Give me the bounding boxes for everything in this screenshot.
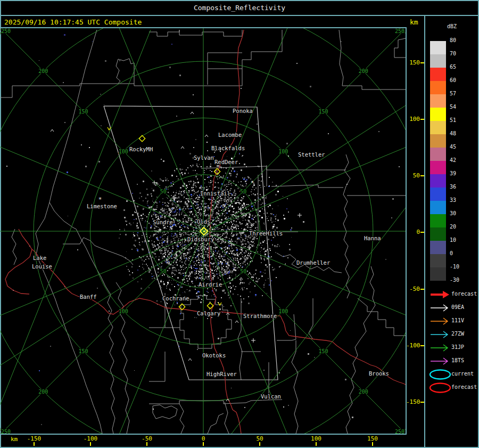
- colorbar-label: 51: [450, 117, 471, 125]
- bottom-axis-tick: [316, 442, 317, 446]
- city-label: Ponoka: [233, 108, 253, 114]
- colorbar-label: 65: [450, 64, 471, 71]
- colorbar-block: [430, 241, 446, 254]
- ellipse-icon: [429, 368, 451, 381]
- colorbar-block: [430, 121, 446, 134]
- legend-item: 31JP: [429, 341, 479, 355]
- bottom-axis-tick: [372, 442, 373, 446]
- title-bar: Composite_Reflectivity: [0, 0, 479, 15]
- city-label: Brooks: [369, 370, 389, 377]
- legend-label: 111V: [451, 317, 464, 323]
- town-caret-icon: [235, 321, 238, 323]
- colorbar-label: 36: [450, 184, 471, 191]
- bottom-axis-tick-label: 0: [193, 435, 214, 442]
- colorbar-label: 48: [450, 131, 471, 138]
- right-axis-tick: [420, 119, 424, 120]
- town-plus-icon: [152, 181, 156, 185]
- right-axis-tick: [420, 62, 424, 63]
- colorbar-label: 54: [450, 104, 471, 111]
- bottom-axis-tick-label: 100: [305, 435, 327, 442]
- colorbar-label: -10: [450, 264, 471, 271]
- colorbar-label: 39: [450, 170, 471, 178]
- right-axis-tick-label: -50: [406, 286, 420, 292]
- city-label: Banff: [80, 294, 97, 300]
- legend-label: current: [451, 371, 474, 377]
- ring-distance-label: 100: [119, 149, 128, 154]
- city-label: Lake: [33, 255, 46, 261]
- legend-item: 111V: [429, 315, 479, 328]
- ring-distance-label: 250: [395, 28, 404, 34]
- right-axis-tick-label: -100: [406, 342, 420, 349]
- legend-label: 09EA: [451, 304, 464, 310]
- bottom-axis-tick: [34, 442, 35, 446]
- city-label: HighRiver: [207, 371, 237, 377]
- city-label: Didsbury: [187, 236, 214, 242]
- colorbar-block: [430, 94, 446, 108]
- city-label: ThreeHills: [249, 230, 283, 237]
- town-caret-icon: [205, 135, 208, 137]
- colorbar-label: 57: [450, 91, 471, 98]
- city-label: Innisfail: [200, 190, 230, 197]
- colorbar-block: [430, 41, 446, 54]
- bottom-axis-tick-label: -50: [136, 435, 158, 442]
- colorbar-block: [430, 54, 446, 68]
- bottom-axis-tick: [90, 442, 91, 446]
- right-axis-tick: [420, 175, 424, 176]
- bottom-axis-tick-label: -150: [23, 435, 45, 442]
- bottom-axis-tick-label: -100: [80, 435, 101, 442]
- radar-site-diamond-icon: [139, 135, 145, 141]
- colorbar-block: [430, 68, 446, 81]
- right-axis-tick: [420, 345, 424, 346]
- city-label: Strathmore: [243, 313, 277, 319]
- colorbar-label: 45: [450, 144, 471, 151]
- legend-label: forecast: [451, 384, 477, 390]
- city-label: Airdrie: [199, 281, 222, 288]
- colorbar-block: [430, 81, 446, 94]
- legend-label: forecast: [451, 291, 477, 297]
- bottom-axis-tick: [146, 442, 147, 446]
- colorbar-label: 0: [450, 250, 471, 258]
- city-label: Drumheller: [296, 259, 330, 266]
- colorbar-label: 33: [450, 197, 471, 205]
- legend-item: 09EA: [429, 302, 479, 315]
- city-label: Sundre: [153, 219, 173, 225]
- radar-map: 5050505010010010010015015015015020020020…: [0, 27, 406, 435]
- right-axis-tick-label: 50: [406, 172, 420, 179]
- ring-distance-label: 250: [1, 28, 11, 34]
- sidebar-separator: [424, 15, 425, 448]
- colorbar-label: 42: [450, 157, 471, 165]
- right-axis-tick-label: 100: [406, 116, 420, 123]
- arrow-icon: [429, 355, 451, 368]
- legend-item: 27ZW: [429, 328, 479, 341]
- legend-item: forecast: [429, 381, 479, 395]
- town-caret-icon: [181, 146, 184, 149]
- legend-label: 18TS: [451, 357, 464, 363]
- ring-distance-label: 150: [318, 348, 328, 354]
- town-star-icon: *: [251, 180, 254, 186]
- right-axis-tick-label: 0: [406, 229, 420, 235]
- city-label: Sylvan: [194, 154, 214, 161]
- colorbar-block: [430, 254, 446, 267]
- ring-distance-label: 200: [38, 389, 48, 395]
- ring-distance-label: 100: [119, 308, 128, 314]
- town-caret-icon: [51, 129, 54, 132]
- city-label: Limestone: [87, 203, 117, 209]
- city-label: RedDeer: [214, 159, 238, 165]
- arrow-icon: [429, 328, 451, 341]
- colorbar-block: [430, 174, 446, 188]
- colorbar-block: [430, 267, 446, 281]
- town-caret-icon: [188, 359, 192, 361]
- bottom-axis-tick: [259, 442, 260, 446]
- colorbar-label: 20: [450, 224, 471, 231]
- legend-item: forecast: [429, 288, 479, 302]
- bottom-axis-tick: [203, 442, 204, 446]
- town-caret-icon: [248, 273, 251, 275]
- legend-label: 27ZW: [451, 331, 464, 337]
- city-label: Cochrane: [162, 295, 189, 302]
- ring-distance-label: 200: [359, 68, 368, 74]
- radar-center-dot: [203, 231, 205, 232]
- colorbar-block: [430, 188, 446, 201]
- colorbar-block: [430, 148, 446, 161]
- colorbar-label: 80: [450, 37, 471, 45]
- right-axis-tick: [420, 402, 424, 403]
